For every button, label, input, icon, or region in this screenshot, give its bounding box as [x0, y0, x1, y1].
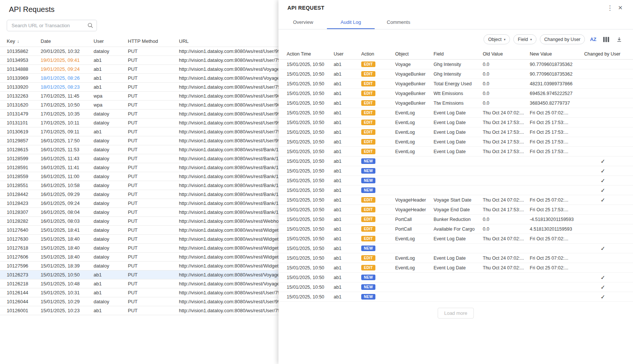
columns-button[interactable] — [601, 35, 611, 44]
cell-user: ab1 — [94, 272, 128, 278]
action-badge: EDIT — [361, 226, 375, 232]
cell-action-time: 15/01/2025, 10:50 — [287, 275, 334, 280]
close-button[interactable]: ✕ — [615, 3, 626, 13]
cell-user: ab1 — [94, 57, 128, 63]
checkmark-icon: ✓ — [601, 245, 605, 251]
audit-log-row[interactable]: 15/01/2025, 10:50ab1EDITVoyageGhg Intens… — [278, 60, 633, 69]
column-header-object[interactable]: Object — [395, 51, 434, 57]
audit-log-row[interactable]: 15/01/2025, 10:50ab1NEW✓ — [278, 186, 633, 195]
load-more-button[interactable]: Load more — [438, 308, 473, 319]
column-header-field[interactable]: Field — [434, 51, 483, 57]
audit-log-row[interactable]: 15/01/2025, 10:50ab1NEW✓ — [278, 244, 633, 253]
drawer-header: API REQUEST ⋮ ✕ — [278, 0, 633, 16]
cell-http-method: PUT — [128, 192, 179, 197]
audit-log-row[interactable]: 15/01/2025, 10:50ab1EDITEventLogEvent Lo… — [278, 234, 633, 244]
cell-user: ab1 — [94, 129, 128, 134]
column-header-action-time[interactable]: Action Time — [287, 51, 334, 57]
object-filter-dropdown[interactable]: Object ▾ — [484, 34, 510, 44]
audit-log-row[interactable]: 15/01/2025, 10:50ab1EDITVoyageBunkerTtw … — [278, 98, 633, 108]
cell-key: 10128615 — [7, 147, 41, 152]
audit-log-row[interactable]: 15/01/2025, 10:50ab1EDITVoyageHeaderVoya… — [278, 205, 633, 215]
audit-log-row[interactable]: 15/01/2025, 10:50ab1EDITVoyageBunkerGhg … — [278, 69, 633, 79]
cell-action: NEW — [361, 294, 395, 300]
cell-old-value: 0.0 — [483, 217, 530, 222]
column-header-user[interactable]: User — [334, 51, 361, 57]
cell-action: NEW — [361, 275, 395, 280]
cell-http-method: PUT — [128, 227, 179, 233]
tab-overview[interactable]: Overview — [279, 16, 327, 29]
audit-log-row[interactable]: 15/01/2025, 10:50ab1EDITEventLogEvent Lo… — [278, 127, 633, 137]
cell-user: ab1 — [334, 246, 361, 251]
cell-action-time: 15/01/2025, 10:50 — [287, 294, 334, 300]
cell-key: 10132263 — [7, 93, 41, 99]
sort-alpha-button[interactable]: AZ — [588, 35, 598, 44]
cell-user: ab1 — [334, 178, 361, 183]
column-header-date[interactable]: Date — [41, 38, 94, 44]
download-icon — [616, 37, 622, 42]
cell-http-method: PUT — [128, 254, 179, 260]
cell-user: dataloy — [94, 236, 128, 242]
cell-user: ab1 — [334, 91, 361, 96]
cell-old-value: Thu Oct 24 07:02:... — [483, 110, 530, 115]
action-badge: EDIT — [361, 120, 375, 125]
audit-log-row[interactable]: 15/01/2025, 10:50ab1EDITEventLogEvent Lo… — [278, 263, 633, 273]
cell-action-time: 15/01/2025, 10:50 — [287, 285, 334, 290]
cell-new-value: 90.77096018735362 — [530, 62, 584, 67]
column-header-http-method[interactable]: HTTP Method — [128, 38, 179, 44]
cell-http-method: PUT — [128, 183, 179, 188]
column-header-old-value[interactable]: Old Value — [483, 51, 530, 57]
changed-by-user-filter-button[interactable]: Changed by User — [540, 34, 585, 44]
audit-log-row[interactable]: 15/01/2025, 10:50ab1NEW✓ — [278, 166, 633, 176]
audit-log-row[interactable]: 15/01/2025, 10:50ab1NEW✓ — [278, 156, 633, 166]
cell-http-method: PUT — [128, 209, 179, 215]
tab-comments[interactable]: Comments — [375, 16, 422, 29]
audit-log-row[interactable]: 15/01/2025, 10:50ab1EDITVoyageBunkerWtt … — [278, 89, 633, 98]
cell-object: VoyageBunker — [395, 91, 434, 96]
column-header-action[interactable]: Action — [361, 51, 395, 57]
field-filter-dropdown[interactable]: Field ▾ — [513, 34, 536, 44]
audit-log-row[interactable]: 15/01/2025, 10:50ab1EDITVoyageHeaderVoya… — [278, 195, 633, 205]
cell-http-method: PUT — [128, 102, 179, 108]
audit-log-row[interactable]: 15/01/2025, 10:50ab1EDITPortCallBunker R… — [278, 215, 633, 224]
cell-user: ab1 — [334, 275, 361, 280]
audit-log-row[interactable]: 15/01/2025, 10:50ab1EDITEventLogEvent Lo… — [278, 137, 633, 147]
audit-log-row[interactable]: 15/01/2025, 10:50ab1EDITEventLogEvent Lo… — [278, 253, 633, 263]
audit-log-row[interactable]: 15/01/2025, 10:50ab1EDITEventLogEvent Lo… — [278, 118, 633, 127]
tab-audit-log[interactable]: Audit Log — [327, 16, 375, 29]
audit-log-row[interactable]: 15/01/2025, 10:50ab1NEW✓ — [278, 176, 633, 186]
column-header-changed-by-user[interactable]: Changed by User — [584, 51, 633, 57]
search-icon[interactable] — [87, 22, 94, 29]
field-filter-label: Field — [518, 37, 528, 42]
cell-changed-by-user: ✓ — [584, 168, 633, 174]
column-header-key[interactable]: Key ↓ — [7, 38, 41, 44]
audit-log-row[interactable]: 15/01/2025, 10:50ab1NEW✓ — [278, 282, 633, 292]
cell-user: ab1 — [334, 168, 361, 174]
cell-object: VoyageHeader — [395, 207, 434, 212]
audit-log-row[interactable]: 15/01/2025, 10:50ab1NEW✓ — [278, 292, 633, 302]
cell-date: 16/01/2025, 10:58 — [41, 183, 94, 188]
audit-log-row[interactable]: 15/01/2025, 10:50ab1NEW✓ — [278, 273, 633, 282]
audit-log-row[interactable]: 15/01/2025, 10:50ab1EDITEventLogEvent Lo… — [278, 108, 633, 118]
more-options-button[interactable]: ⋮ — [605, 3, 615, 13]
audit-log-row[interactable]: 15/01/2025, 10:50ab1EDITPortCallAvailabl… — [278, 224, 633, 234]
cell-key: 10128551 — [7, 183, 41, 188]
action-badge: EDIT — [361, 100, 375, 106]
audit-log-row[interactable]: 15/01/2025, 10:50ab1EDITEventLogEvent Lo… — [278, 147, 633, 156]
api-request-drawer: API REQUEST ⋮ ✕ OverviewAudit LogComment… — [278, 0, 633, 364]
search-input[interactable] — [7, 20, 87, 31]
download-button[interactable] — [614, 35, 624, 44]
cell-field: Ghg Intensity — [434, 72, 483, 77]
column-header-user[interactable]: User — [94, 38, 128, 44]
cell-changed-by-user: ✓ — [584, 245, 633, 252]
cell-action: EDIT — [361, 236, 395, 241]
cell-action-time: 15/01/2025, 10:50 — [287, 265, 334, 270]
cell-action: EDIT — [361, 255, 395, 261]
column-header-new-value[interactable]: New Value — [530, 51, 584, 57]
audit-log-row[interactable]: 15/01/2025, 10:50ab1EDITVoyageBunkerTota… — [278, 79, 633, 89]
action-badge: EDIT — [361, 129, 375, 135]
cell-http-method: PUT — [128, 218, 179, 224]
cell-action: EDIT — [361, 226, 395, 232]
cell-user: ab1 — [334, 130, 361, 135]
checkmark-icon: ✓ — [601, 168, 605, 174]
cell-date: 16/01/2025, 11:00 — [41, 174, 94, 179]
